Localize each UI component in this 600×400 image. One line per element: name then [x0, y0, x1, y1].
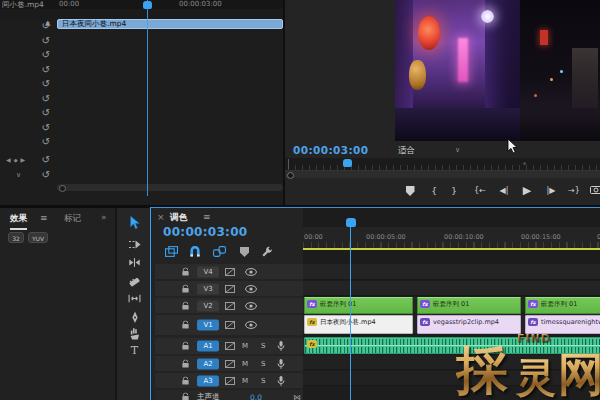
clip-japan-alley[interactable]: fx 日本夜间小巷.mp4 — [304, 315, 413, 334]
track-target-v1[interactable]: V1 — [197, 320, 219, 331]
track-target-a1[interactable]: A1 — [197, 341, 219, 352]
pen-tool[interactable] — [117, 311, 152, 327]
lane-a2[interactable] — [303, 355, 600, 370]
add-marker-button[interactable] — [404, 184, 416, 198]
mute-button[interactable]: M — [242, 377, 248, 385]
lock-icon[interactable] — [181, 321, 190, 330]
panel-menu-icon[interactable]: ≡ — [40, 213, 48, 223]
timeline-playhead-line[interactable] — [350, 226, 351, 400]
slip-tool[interactable] — [117, 294, 152, 310]
ripple-edit-tool[interactable] — [117, 258, 152, 274]
go-to-in-button[interactable]: {← — [472, 184, 488, 198]
lock-icon[interactable] — [181, 342, 190, 351]
lock-icon[interactable] — [181, 393, 190, 400]
close-panel-icon[interactable]: × — [157, 212, 165, 222]
reset-icon[interactable]: ↺ — [42, 122, 50, 134]
program-scrubber[interactable] — [285, 158, 600, 171]
reset-icon[interactable]: ↺ — [42, 78, 50, 90]
track-target-v3[interactable]: V3 — [197, 283, 219, 294]
sync-lock-icon[interactable] — [225, 285, 235, 293]
master-level-value[interactable]: 0.0 — [250, 393, 262, 400]
filter-32bit-badge[interactable]: 32 — [8, 232, 24, 243]
razor-tool[interactable] — [117, 276, 152, 292]
program-zoom-scrollbar[interactable] — [285, 171, 600, 178]
timeline-settings-wrench-icon[interactable] — [261, 246, 273, 258]
sync-lock-icon[interactable] — [225, 302, 235, 310]
sync-lock-icon[interactable] — [225, 360, 235, 368]
add-marker-icon[interactable] — [240, 247, 249, 257]
track-target-a3[interactable]: A3 — [197, 375, 219, 386]
insert-as-nest-icon[interactable] — [165, 246, 178, 257]
reset-icon[interactable]: ↺ — [42, 93, 50, 105]
lane-master[interactable] — [303, 387, 600, 400]
reset-icon[interactable]: ↺ — [42, 20, 50, 32]
timeline-timecode[interactable]: 00:00:03:00 — [163, 225, 248, 239]
lock-icon[interactable] — [181, 359, 190, 368]
track-target-a2[interactable]: A2 — [197, 358, 219, 369]
ec-scrollbar-handle[interactable] — [59, 185, 66, 192]
eye-icon[interactable] — [245, 321, 257, 329]
linked-selection-icon[interactable] — [213, 246, 226, 257]
tab-markers[interactable]: 标记 — [64, 213, 81, 225]
reset-icon[interactable]: ↺ — [42, 107, 50, 119]
step-forward-button[interactable]: |▶ — [543, 184, 559, 198]
reset-icon[interactable]: ↺ — [42, 154, 50, 166]
solo-button[interactable]: S — [261, 377, 265, 385]
mute-button[interactable]: M — [242, 342, 248, 350]
mic-icon[interactable] — [277, 358, 285, 369]
mic-icon[interactable] — [277, 375, 285, 386]
clip-audio-waveform[interactable]: fx — [304, 337, 600, 354]
track-target-v4[interactable]: V4 — [197, 266, 219, 277]
reset-icon[interactable]: ↺ — [42, 49, 50, 61]
lock-icon[interactable] — [181, 284, 190, 293]
type-tool[interactable]: T — [117, 344, 152, 360]
filter-yuv-badge[interactable]: YUV — [28, 232, 48, 243]
sync-lock-icon[interactable] — [225, 268, 235, 276]
program-playhead-marker[interactable] — [343, 159, 352, 167]
lane-a3[interactable] — [303, 371, 600, 386]
tab-effects[interactable]: 效果 — [10, 213, 27, 230]
zoom-level-select[interactable]: 适合 ∨ — [398, 145, 462, 157]
step-back-button[interactable]: ◀| — [496, 184, 512, 198]
clip-nested-sequence-1[interactable]: fx 嵌套序列 01 — [304, 297, 413, 314]
mic-icon[interactable] — [277, 341, 285, 352]
program-timecode[interactable]: 00:00:03:00 — [293, 144, 368, 156]
lane-v4[interactable] — [303, 264, 600, 280]
reset-icon[interactable]: ↺ — [42, 35, 50, 47]
go-to-out-button[interactable]: →} — [566, 184, 582, 198]
ec-zoom-scrollbar[interactable] — [57, 184, 283, 191]
timeline-playhead-marker[interactable] — [346, 218, 356, 227]
timeline-ruler[interactable]: 00:00 00:00:05:00 00:00:10:00 00:00:15:0… — [303, 227, 600, 249]
reset-icon[interactable]: ↺ — [42, 136, 50, 148]
lock-icon[interactable] — [181, 267, 190, 276]
track-target-v2[interactable]: V2 — [197, 300, 219, 311]
mark-out-button[interactable]: } — [448, 184, 460, 198]
track-select-tool[interactable] — [117, 240, 152, 256]
program-scrollbar-handle[interactable] — [287, 172, 294, 179]
lane-v3[interactable] — [303, 281, 600, 296]
sync-lock-icon[interactable] — [225, 321, 235, 329]
clip-nested-sequence-3[interactable]: fx 嵌套序列 01 — [525, 297, 600, 314]
tab-sequence-color[interactable]: 调色 — [170, 212, 187, 224]
keyframe-navigator[interactable]: ◀◆▶ — [6, 154, 28, 166]
mark-in-button[interactable]: { — [428, 184, 440, 198]
hand-tool[interactable] — [117, 327, 152, 343]
solo-button[interactable]: S — [261, 342, 265, 350]
snap-magnet-icon[interactable] — [189, 246, 201, 257]
sync-lock-icon[interactable] — [225, 377, 235, 385]
solo-button[interactable]: S — [261, 360, 265, 368]
selection-tool[interactable] — [117, 216, 152, 232]
sync-lock-icon[interactable] — [225, 342, 235, 350]
reset-icon[interactable]: ↺ — [42, 169, 50, 181]
clip-vegasstrip[interactable]: fx vegasstrip2clip.mp4 — [417, 315, 521, 334]
chevron-down-icon[interactable]: ∨ — [16, 169, 21, 181]
reset-icon[interactable]: ↺ — [42, 64, 50, 76]
mute-button[interactable]: M — [242, 360, 248, 368]
panel-menu-icon[interactable]: ≡ — [203, 212, 211, 222]
master-keyframe-icon[interactable]: ⋈ — [293, 393, 301, 400]
lock-icon[interactable] — [181, 376, 190, 385]
ec-playhead-line[interactable] — [147, 0, 148, 196]
clip-nested-sequence-2[interactable]: fx 嵌套序列 01 — [417, 297, 521, 314]
ec-selected-clip-bar[interactable]: 日本夜间小巷.mp4 — [57, 19, 283, 29]
eye-icon[interactable] — [245, 285, 257, 293]
